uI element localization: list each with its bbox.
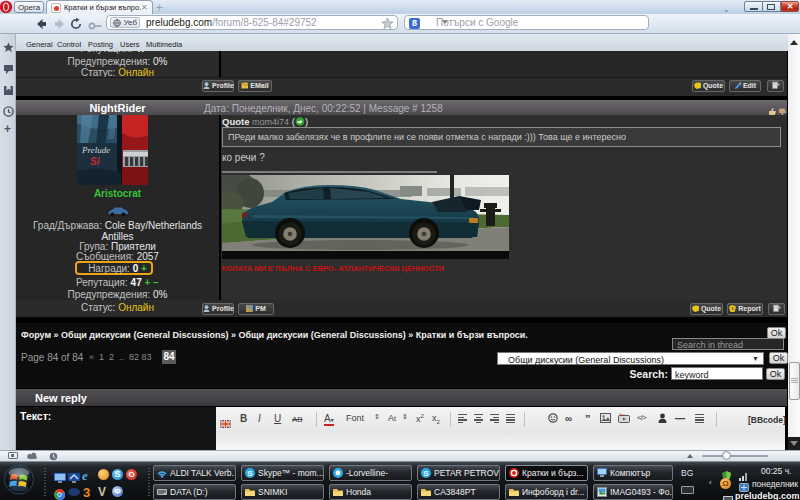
svg-text:You: You [619,413,625,417]
svg-text:S: S [247,469,253,478]
svg-text:S: S [423,469,429,478]
svg-text:Si: Si [90,156,100,167]
svg-text:Prelude: Prelude [81,145,110,155]
